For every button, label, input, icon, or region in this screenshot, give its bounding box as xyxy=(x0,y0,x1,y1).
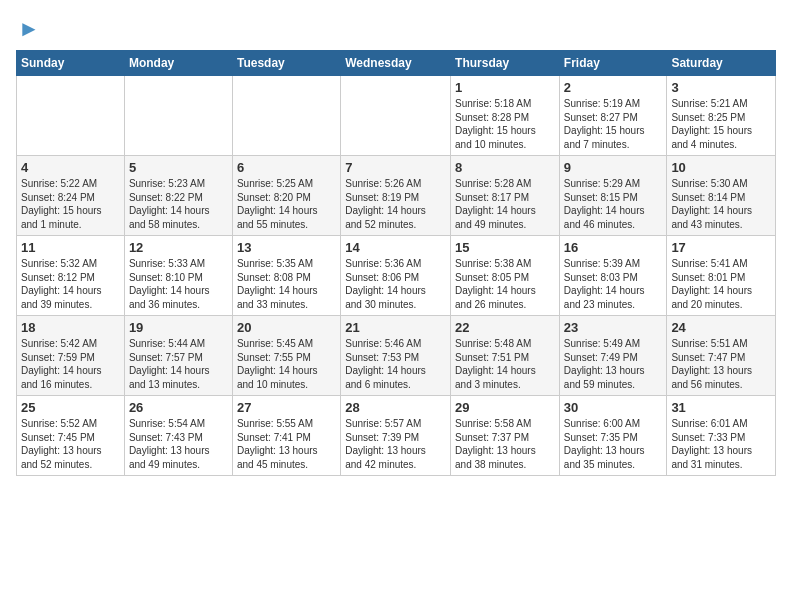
day-cell: 2Sunrise: 5:19 AM Sunset: 8:27 PM Daylig… xyxy=(559,76,667,156)
day-number: 3 xyxy=(671,80,771,95)
day-info: Sunrise: 5:32 AM Sunset: 8:12 PM Dayligh… xyxy=(21,257,120,311)
week-row-5: 25Sunrise: 5:52 AM Sunset: 7:45 PM Dayli… xyxy=(17,396,776,476)
day-cell: 8Sunrise: 5:28 AM Sunset: 8:17 PM Daylig… xyxy=(451,156,560,236)
day-number: 8 xyxy=(455,160,555,175)
day-cell: 20Sunrise: 5:45 AM Sunset: 7:55 PM Dayli… xyxy=(232,316,340,396)
day-cell: 14Sunrise: 5:36 AM Sunset: 8:06 PM Dayli… xyxy=(341,236,451,316)
day-number: 6 xyxy=(237,160,336,175)
day-number: 5 xyxy=(129,160,228,175)
calendar-body: 1Sunrise: 5:18 AM Sunset: 8:28 PM Daylig… xyxy=(17,76,776,476)
day-cell: 19Sunrise: 5:44 AM Sunset: 7:57 PM Dayli… xyxy=(124,316,232,396)
weekday-header-tuesday: Tuesday xyxy=(232,51,340,76)
day-info: Sunrise: 5:38 AM Sunset: 8:05 PM Dayligh… xyxy=(455,257,555,311)
day-number: 31 xyxy=(671,400,771,415)
day-number: 30 xyxy=(564,400,663,415)
day-cell: 1Sunrise: 5:18 AM Sunset: 8:28 PM Daylig… xyxy=(451,76,560,156)
week-row-2: 4Sunrise: 5:22 AM Sunset: 8:24 PM Daylig… xyxy=(17,156,776,236)
day-cell: 4Sunrise: 5:22 AM Sunset: 8:24 PM Daylig… xyxy=(17,156,125,236)
day-number: 11 xyxy=(21,240,120,255)
day-cell: 29Sunrise: 5:58 AM Sunset: 7:37 PM Dayli… xyxy=(451,396,560,476)
day-number: 15 xyxy=(455,240,555,255)
day-number: 20 xyxy=(237,320,336,335)
day-cell: 9Sunrise: 5:29 AM Sunset: 8:15 PM Daylig… xyxy=(559,156,667,236)
day-cell: 25Sunrise: 5:52 AM Sunset: 7:45 PM Dayli… xyxy=(17,396,125,476)
day-info: Sunrise: 5:25 AM Sunset: 8:20 PM Dayligh… xyxy=(237,177,336,231)
day-number: 18 xyxy=(21,320,120,335)
day-info: Sunrise: 5:41 AM Sunset: 8:01 PM Dayligh… xyxy=(671,257,771,311)
day-number: 22 xyxy=(455,320,555,335)
day-number: 23 xyxy=(564,320,663,335)
day-info: Sunrise: 5:35 AM Sunset: 8:08 PM Dayligh… xyxy=(237,257,336,311)
day-cell: 11Sunrise: 5:32 AM Sunset: 8:12 PM Dayli… xyxy=(17,236,125,316)
day-info: Sunrise: 5:30 AM Sunset: 8:14 PM Dayligh… xyxy=(671,177,771,231)
day-number: 9 xyxy=(564,160,663,175)
day-number: 29 xyxy=(455,400,555,415)
week-row-1: 1Sunrise: 5:18 AM Sunset: 8:28 PM Daylig… xyxy=(17,76,776,156)
day-number: 10 xyxy=(671,160,771,175)
day-info: Sunrise: 5:49 AM Sunset: 7:49 PM Dayligh… xyxy=(564,337,663,391)
day-info: Sunrise: 5:55 AM Sunset: 7:41 PM Dayligh… xyxy=(237,417,336,471)
day-info: Sunrise: 5:39 AM Sunset: 8:03 PM Dayligh… xyxy=(564,257,663,311)
day-info: Sunrise: 5:18 AM Sunset: 8:28 PM Dayligh… xyxy=(455,97,555,151)
day-number: 21 xyxy=(345,320,446,335)
day-info: Sunrise: 5:33 AM Sunset: 8:10 PM Dayligh… xyxy=(129,257,228,311)
weekday-header-saturday: Saturday xyxy=(667,51,776,76)
day-cell: 17Sunrise: 5:41 AM Sunset: 8:01 PM Dayli… xyxy=(667,236,776,316)
day-cell xyxy=(124,76,232,156)
day-number: 4 xyxy=(21,160,120,175)
page-header: ► xyxy=(16,16,776,42)
day-info: Sunrise: 5:19 AM Sunset: 8:27 PM Dayligh… xyxy=(564,97,663,151)
day-info: Sunrise: 6:00 AM Sunset: 7:35 PM Dayligh… xyxy=(564,417,663,471)
logo: ► xyxy=(16,16,40,42)
day-cell: 21Sunrise: 5:46 AM Sunset: 7:53 PM Dayli… xyxy=(341,316,451,396)
day-info: Sunrise: 5:57 AM Sunset: 7:39 PM Dayligh… xyxy=(345,417,446,471)
day-cell: 13Sunrise: 5:35 AM Sunset: 8:08 PM Dayli… xyxy=(232,236,340,316)
day-info: Sunrise: 5:48 AM Sunset: 7:51 PM Dayligh… xyxy=(455,337,555,391)
day-cell: 27Sunrise: 5:55 AM Sunset: 7:41 PM Dayli… xyxy=(232,396,340,476)
day-cell: 30Sunrise: 6:00 AM Sunset: 7:35 PM Dayli… xyxy=(559,396,667,476)
weekday-header-wednesday: Wednesday xyxy=(341,51,451,76)
day-cell: 31Sunrise: 6:01 AM Sunset: 7:33 PM Dayli… xyxy=(667,396,776,476)
day-cell: 12Sunrise: 5:33 AM Sunset: 8:10 PM Dayli… xyxy=(124,236,232,316)
day-info: Sunrise: 5:51 AM Sunset: 7:47 PM Dayligh… xyxy=(671,337,771,391)
day-info: Sunrise: 6:01 AM Sunset: 7:33 PM Dayligh… xyxy=(671,417,771,471)
week-row-4: 18Sunrise: 5:42 AM Sunset: 7:59 PM Dayli… xyxy=(17,316,776,396)
day-cell: 16Sunrise: 5:39 AM Sunset: 8:03 PM Dayli… xyxy=(559,236,667,316)
weekday-header-friday: Friday xyxy=(559,51,667,76)
day-cell: 6Sunrise: 5:25 AM Sunset: 8:20 PM Daylig… xyxy=(232,156,340,236)
day-number: 25 xyxy=(21,400,120,415)
day-number: 13 xyxy=(237,240,336,255)
day-info: Sunrise: 5:36 AM Sunset: 8:06 PM Dayligh… xyxy=(345,257,446,311)
day-cell: 18Sunrise: 5:42 AM Sunset: 7:59 PM Dayli… xyxy=(17,316,125,396)
day-number: 12 xyxy=(129,240,228,255)
day-cell xyxy=(17,76,125,156)
day-number: 1 xyxy=(455,80,555,95)
day-info: Sunrise: 5:46 AM Sunset: 7:53 PM Dayligh… xyxy=(345,337,446,391)
day-number: 16 xyxy=(564,240,663,255)
calendar-header: SundayMondayTuesdayWednesdayThursdayFrid… xyxy=(17,51,776,76)
day-number: 2 xyxy=(564,80,663,95)
day-cell: 15Sunrise: 5:38 AM Sunset: 8:05 PM Dayli… xyxy=(451,236,560,316)
day-info: Sunrise: 5:58 AM Sunset: 7:37 PM Dayligh… xyxy=(455,417,555,471)
day-cell xyxy=(232,76,340,156)
day-cell: 10Sunrise: 5:30 AM Sunset: 8:14 PM Dayli… xyxy=(667,156,776,236)
day-info: Sunrise: 5:23 AM Sunset: 8:22 PM Dayligh… xyxy=(129,177,228,231)
day-info: Sunrise: 5:26 AM Sunset: 8:19 PM Dayligh… xyxy=(345,177,446,231)
day-info: Sunrise: 5:54 AM Sunset: 7:43 PM Dayligh… xyxy=(129,417,228,471)
day-cell: 24Sunrise: 5:51 AM Sunset: 7:47 PM Dayli… xyxy=(667,316,776,396)
day-number: 28 xyxy=(345,400,446,415)
day-cell: 22Sunrise: 5:48 AM Sunset: 7:51 PM Dayli… xyxy=(451,316,560,396)
day-number: 24 xyxy=(671,320,771,335)
week-row-3: 11Sunrise: 5:32 AM Sunset: 8:12 PM Dayli… xyxy=(17,236,776,316)
day-number: 27 xyxy=(237,400,336,415)
day-info: Sunrise: 5:29 AM Sunset: 8:15 PM Dayligh… xyxy=(564,177,663,231)
day-number: 7 xyxy=(345,160,446,175)
day-info: Sunrise: 5:44 AM Sunset: 7:57 PM Dayligh… xyxy=(129,337,228,391)
day-cell: 23Sunrise: 5:49 AM Sunset: 7:49 PM Dayli… xyxy=(559,316,667,396)
day-info: Sunrise: 5:52 AM Sunset: 7:45 PM Dayligh… xyxy=(21,417,120,471)
day-cell: 3Sunrise: 5:21 AM Sunset: 8:25 PM Daylig… xyxy=(667,76,776,156)
day-info: Sunrise: 5:22 AM Sunset: 8:24 PM Dayligh… xyxy=(21,177,120,231)
day-number: 26 xyxy=(129,400,228,415)
weekday-header-sunday: Sunday xyxy=(17,51,125,76)
day-number: 17 xyxy=(671,240,771,255)
